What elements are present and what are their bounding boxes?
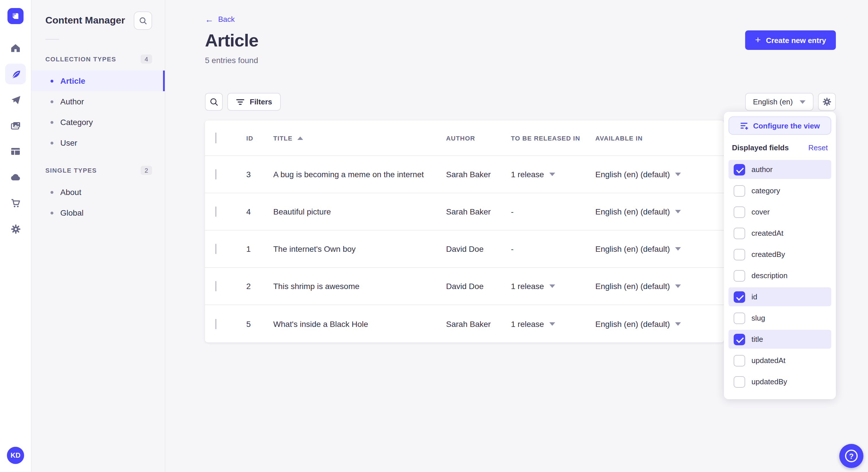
cell-available-dropdown[interactable]: English (en) (default) — [595, 319, 724, 328]
chevron-down-icon — [549, 173, 555, 176]
field-checkbox-row[interactable]: title — [728, 330, 831, 349]
cell-author: Sarah Baker — [446, 319, 511, 328]
sidebar-item[interactable]: About — [32, 182, 165, 202]
filters-button[interactable]: Filters — [227, 93, 281, 111]
row-checkbox[interactable] — [215, 169, 216, 179]
paper-plane-icon[interactable] — [5, 90, 26, 110]
layout-icon[interactable] — [5, 141, 26, 162]
sidebar-title: Content Manager — [45, 15, 125, 26]
table-row[interactable]: 5 What's inside a Black Hole Sarah Baker… — [205, 305, 724, 342]
field-checkbox-row[interactable]: slug — [728, 308, 831, 328]
row-checkbox[interactable] — [215, 244, 216, 254]
chevron-down-icon — [800, 100, 805, 103]
column-header-id[interactable]: ID — [246, 134, 273, 141]
cell-title: A bug is becoming a meme on the internet — [273, 170, 446, 179]
column-header-title[interactable]: TITLE — [273, 134, 446, 141]
collection-types-label: COLLECTION TYPES — [45, 56, 116, 63]
bullet-icon — [51, 191, 53, 194]
cell-released-dropdown[interactable]: 1 release — [511, 170, 595, 179]
field-label: updatedBy — [751, 377, 787, 386]
sidebar-item-label: Author — [60, 97, 84, 106]
field-checkbox[interactable] — [734, 164, 745, 175]
row-checkbox[interactable] — [215, 206, 216, 217]
chevron-down-icon — [549, 322, 555, 326]
displayed-fields-heading: Displayed fields — [732, 143, 789, 152]
create-new-entry-button[interactable]: + Create new entry — [745, 30, 836, 50]
row-checkbox[interactable] — [215, 318, 216, 329]
reset-link[interactable]: Reset — [808, 143, 828, 152]
cell-title: What's inside a Black Hole — [273, 319, 446, 328]
field-checkbox[interactable] — [734, 248, 745, 260]
sidebar-item[interactable]: Global — [32, 202, 165, 223]
cell-available-dropdown[interactable]: English (en) (default) — [595, 244, 724, 254]
field-checkbox[interactable] — [734, 376, 745, 387]
cell-available-dropdown[interactable]: English (en) (default) — [595, 170, 724, 179]
field-checkbox-row[interactable]: updatedAt — [728, 351, 831, 370]
settings-gear-icon[interactable] — [5, 218, 26, 239]
sidebar-item-label: User — [60, 138, 77, 147]
field-label: cover — [751, 208, 770, 216]
field-checkbox[interactable] — [734, 270, 745, 281]
configure-the-view-button[interactable]: Configure the view — [728, 116, 831, 135]
cell-available-dropdown[interactable]: English (en) (default) — [595, 207, 724, 216]
single-types-list: About Global — [32, 182, 165, 223]
marketplace-cart-icon[interactable] — [5, 193, 26, 213]
field-checkbox[interactable] — [734, 206, 745, 217]
content-manager-feather-icon[interactable] — [5, 64, 26, 84]
field-checkbox[interactable] — [734, 185, 745, 196]
field-checkbox[interactable] — [734, 355, 745, 366]
cell-released-dropdown[interactable]: - — [511, 207, 595, 216]
home-icon[interactable] — [5, 38, 26, 59]
help-button[interactable]: ? — [839, 444, 863, 468]
configure-lines-plus-icon — [740, 121, 749, 130]
configure-label: Configure the view — [753, 121, 820, 130]
field-checkbox-row[interactable]: category — [728, 181, 831, 200]
field-checkbox-row[interactable]: createdAt — [728, 224, 831, 243]
field-checkbox-row[interactable]: updatedBy — [728, 372, 831, 391]
field-label: description — [751, 271, 787, 280]
configure-view-popover: Configure the view Displayed fields Rese… — [724, 112, 836, 399]
avatar[interactable]: KD — [7, 447, 24, 464]
field-checkbox-row[interactable]: description — [728, 266, 831, 285]
search-icon[interactable] — [134, 11, 152, 30]
sidebar-item[interactable]: Author — [32, 91, 165, 112]
field-label: createdAt — [751, 229, 783, 237]
locale-select[interactable]: English (en) — [745, 93, 813, 111]
select-all-checkbox[interactable] — [215, 132, 216, 143]
cell-released-dropdown[interactable]: 1 release — [511, 319, 595, 328]
chevron-down-icon — [675, 247, 681, 250]
page-title: Article — [205, 30, 258, 51]
app-window: KD Content Manager COLLECTION TYPES 4 Ar… — [0, 0, 868, 472]
field-checkbox[interactable] — [734, 291, 745, 303]
media-library-images-icon[interactable] — [5, 115, 26, 136]
field-checkbox-row[interactable]: cover — [728, 202, 831, 222]
search-icon[interactable] — [205, 93, 223, 111]
field-checkbox-row[interactable]: author — [728, 160, 831, 179]
displayed-fields-list: author category cover createdAt — [728, 160, 831, 391]
collection-types-count-badge: 4 — [141, 55, 152, 64]
back-link[interactable]: ← Back — [205, 15, 235, 24]
row-checkbox[interactable] — [215, 281, 216, 291]
content-manager-sidebar: Content Manager COLLECTION TYPES 4 Artic… — [32, 0, 165, 472]
cell-available-dropdown[interactable]: English (en) (default) — [595, 281, 724, 291]
cell-released-dropdown[interactable]: - — [511, 244, 595, 254]
cloud-icon[interactable] — [5, 167, 26, 188]
field-checkbox[interactable] — [734, 334, 745, 345]
sidebar-item[interactable]: Article — [32, 71, 165, 91]
sidebar-item[interactable]: Category — [32, 112, 165, 133]
table-row[interactable]: 3 A bug is becoming a meme on the intern… — [205, 156, 724, 193]
filter-icon — [236, 98, 245, 105]
cell-author: Sarah Baker — [446, 170, 511, 179]
field-checkbox-row[interactable]: createdBy — [728, 245, 831, 264]
field-checkbox-row[interactable]: id — [728, 287, 831, 306]
table-row[interactable]: 4 Beautiful picture Sarah Baker - Englis… — [205, 193, 724, 231]
field-checkbox[interactable] — [734, 312, 745, 324]
cell-released-dropdown[interactable]: 1 release — [511, 281, 595, 291]
view-settings-gear-icon[interactable] — [818, 93, 836, 111]
table-row[interactable]: 2 This shrimp is awesome David Doe 1 rel… — [205, 268, 724, 305]
table-row[interactable]: 1 The internet's Own boy David Doe - Eng… — [205, 231, 724, 268]
locale-label: English (en) — [753, 98, 793, 106]
strapi-logo[interactable] — [7, 8, 24, 24]
sidebar-item[interactable]: User — [32, 133, 165, 153]
field-checkbox[interactable] — [734, 227, 745, 239]
